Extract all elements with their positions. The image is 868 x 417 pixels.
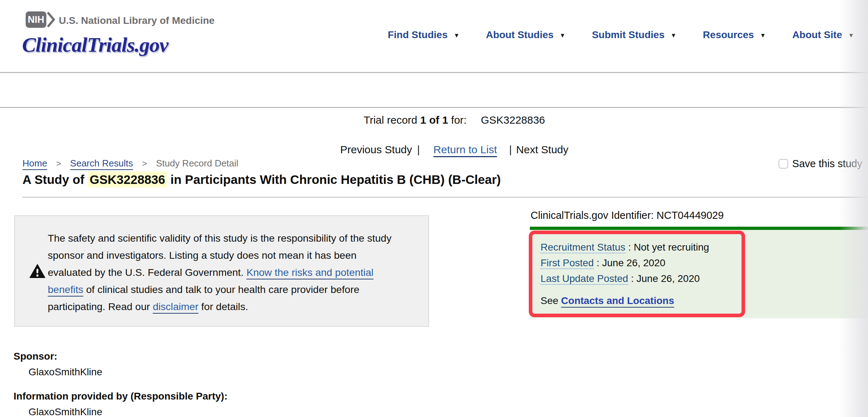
trial-record-count: 1 of 1 <box>420 114 448 126</box>
first-posted-value: June 26, 2020 <box>602 257 666 268</box>
last-update-posted-value: June 26, 2020 <box>636 273 700 284</box>
breadcrumb-search-results[interactable]: Search Results <box>70 158 133 169</box>
caret-down-icon: ▼ <box>671 32 677 39</box>
nih-chevron-icon <box>46 11 56 28</box>
disclaimer-part-3: for details. <box>198 301 248 312</box>
responsible-party-label: Information provided by (Responsible Par… <box>14 391 228 402</box>
caret-down-icon: ▼ <box>848 32 854 39</box>
caret-down-icon: ▼ <box>559 32 565 39</box>
recruitment-status-row: Recruitment Status : Not yet recruiting <box>541 240 709 255</box>
nav-submit-studies[interactable]: Submit Studies ▼ <box>592 29 676 41</box>
identifier-line: ClinicalTrials.gov Identifier: NCT044490… <box>531 210 724 221</box>
status-separator: : <box>628 273 636 284</box>
status-separator: : <box>594 257 602 268</box>
status-rows: Recruitment Status : Not yet recruiting … <box>541 240 709 309</box>
nav-label: About Studies <box>486 29 554 40</box>
breadcrumb-current: Study Record Detail <box>156 158 238 169</box>
nav-resources[interactable]: Resources ▼ <box>703 29 766 41</box>
warning-icon <box>29 264 46 279</box>
breadcrumb: Home > Search Results > Study Record Det… <box>22 158 238 169</box>
study-title: A Study of GSK3228836 in Participants Wi… <box>22 173 501 187</box>
next-study-link: Next Study <box>516 144 569 155</box>
disclaimer-text: The safety and scientific validity of th… <box>48 230 401 315</box>
nlm-name-text: U.S. National Library of Medicine <box>59 15 215 26</box>
last-update-posted-link[interactable]: Last Update Posted <box>541 273 628 285</box>
recruitment-status-value: Not yet recruiting <box>634 242 709 253</box>
pipe-separator: | <box>509 144 512 155</box>
pipe-separator: | <box>417 144 420 155</box>
title-divider <box>22 197 868 198</box>
nav-find-studies[interactable]: Find Studies ▼ <box>388 29 460 41</box>
status-separator: : <box>625 242 634 253</box>
breadcrumb-separator: > <box>56 159 61 168</box>
breadcrumb-separator: > <box>142 159 147 168</box>
first-posted-row: First Posted : June 26, 2020 <box>541 255 709 271</box>
study-title-after: in Participants With Chronic Hepatitis B… <box>167 173 501 186</box>
nav-label: Resources <box>703 29 754 40</box>
record-links: Previous Study|Return to List|Next Study <box>41 144 868 156</box>
study-title-highlight: GSK3228836 <box>88 171 167 187</box>
nav-label: Submit Studies <box>592 29 665 40</box>
return-to-list-link[interactable]: Return to List <box>433 144 497 155</box>
responsible-party-name: GlaxoSmithKline <box>29 406 102 417</box>
nav-about-studies[interactable]: About Studies ▼ <box>486 29 565 41</box>
save-study-label: Save this study <box>792 158 862 170</box>
nav-about-site[interactable]: About Site ▼ <box>792 29 854 41</box>
sponsor-label: Sponsor: <box>14 351 57 362</box>
nav-label: About Site <box>792 29 842 40</box>
see-contacts-line: See Contacts and Locations <box>541 293 709 309</box>
status-panel-top-bar <box>530 227 868 230</box>
disclaimer-link[interactable]: disclaimer <box>153 301 198 312</box>
recruitment-status-link[interactable]: Recruitment Status <box>541 242 625 253</box>
see-prefix: See <box>541 295 561 306</box>
disclaimer-box: The safety and scientific validity of th… <box>14 215 429 327</box>
last-update-posted-row: Last Update Posted : June 26, 2020 <box>541 271 709 287</box>
trial-record-for: for: <box>448 114 467 126</box>
trial-record-prefix: Trial record <box>363 114 420 126</box>
study-title-before: A Study of <box>22 173 88 186</box>
trial-record-query: GSK3228836 <box>481 114 545 126</box>
save-study-control[interactable]: Save this study <box>779 158 862 170</box>
previous-study-link: Previous Study <box>340 144 412 155</box>
clinicaltrials-logo[interactable]: ClinicalTrials.gov <box>22 33 168 57</box>
first-posted-link[interactable]: First Posted <box>541 257 594 269</box>
trial-record-line: Trial record 1 of 1 for:GSK3228836 <box>41 114 868 126</box>
contacts-and-locations-link[interactable]: Contacts and Locations <box>561 295 674 306</box>
caret-down-icon: ▼ <box>760 32 766 39</box>
main-nav: Find Studies ▼ About Studies ▼ Submit St… <box>388 29 854 41</box>
breadcrumb-bar: Home > Search Results > Study Record Det… <box>0 73 868 107</box>
save-study-checkbox[interactable] <box>779 159 788 169</box>
breadcrumb-home[interactable]: Home <box>22 158 47 169</box>
nih-logo[interactable]: NIH <box>26 11 46 28</box>
breadcrumb-divider <box>0 107 868 108</box>
sponsor-name: GlaxoSmithKline <box>29 366 102 378</box>
identifier-value: NCT04449029 <box>657 210 724 221</box>
nav-label: Find Studies <box>388 29 448 40</box>
identifier-label: ClinicalTrials.gov Identifier: <box>531 210 657 221</box>
site-header: NIH U.S. National Library of Medicine Cl… <box>0 0 868 72</box>
caret-down-icon: ▼ <box>454 32 460 39</box>
